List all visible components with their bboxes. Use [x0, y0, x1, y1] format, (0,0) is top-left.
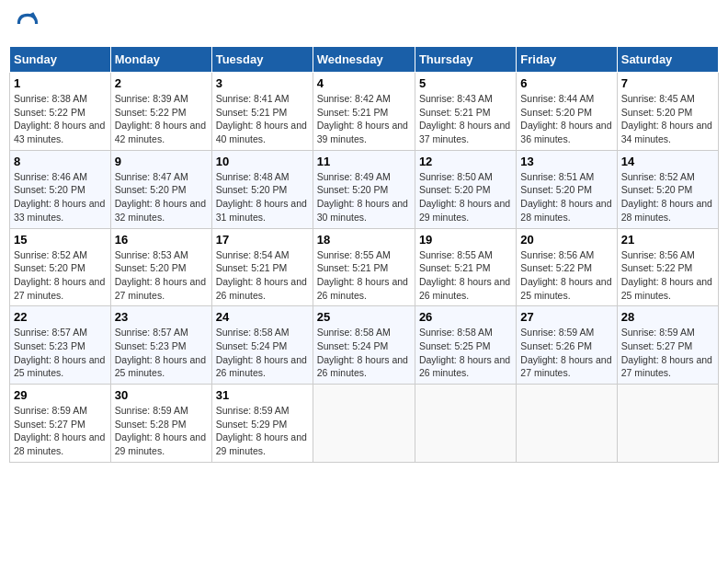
calendar-cell: 4Sunrise: 8:42 AMSunset: 5:21 PMDaylight…	[313, 73, 415, 151]
day-info: Sunrise: 8:49 AMSunset: 5:20 PMDaylight:…	[317, 170, 411, 224]
day-number: 27	[520, 310, 612, 324]
calendar-cell: 20Sunrise: 8:56 AMSunset: 5:22 PMDayligh…	[517, 228, 617, 306]
calendar-cell: 8Sunrise: 8:46 AMSunset: 5:20 PMDaylight…	[10, 150, 111, 228]
day-number: 28	[621, 310, 714, 324]
day-info: Sunrise: 8:58 AMSunset: 5:25 PMDaylight:…	[419, 326, 512, 380]
calendar-week-5: 29Sunrise: 8:59 AMSunset: 5:27 PMDayligh…	[10, 385, 719, 463]
day-info: Sunrise: 8:54 AMSunset: 5:21 PMDaylight:…	[216, 248, 309, 303]
weekday-header-sunday: Sunday	[10, 47, 111, 73]
day-info: Sunrise: 8:56 AMSunset: 5:22 PMDaylight:…	[621, 248, 714, 303]
day-number: 8	[14, 155, 107, 168]
day-info: Sunrise: 8:55 AMSunset: 5:21 PMDaylight:…	[317, 248, 411, 303]
weekday-header-wednesday: Wednesday	[313, 47, 415, 73]
day-info: Sunrise: 8:42 AMSunset: 5:21 PMDaylight:…	[317, 92, 411, 146]
calendar-cell: 10Sunrise: 8:48 AMSunset: 5:20 PMDayligh…	[211, 150, 313, 228]
calendar-week-4: 22Sunrise: 8:57 AMSunset: 5:23 PMDayligh…	[10, 306, 719, 385]
day-info: Sunrise: 8:58 AMSunset: 5:24 PMDaylight:…	[317, 326, 411, 380]
calendar-cell: 2Sunrise: 8:39 AMSunset: 5:22 PMDaylight…	[110, 73, 211, 151]
day-info: Sunrise: 8:48 AMSunset: 5:20 PMDaylight:…	[216, 170, 309, 224]
day-number: 16	[115, 233, 208, 247]
day-number: 9	[115, 155, 208, 168]
day-number: 4	[317, 76, 411, 90]
calendar-cell	[313, 385, 415, 463]
calendar-cell: 11Sunrise: 8:49 AMSunset: 5:20 PMDayligh…	[313, 150, 415, 228]
weekday-header-tuesday: Tuesday	[211, 47, 313, 73]
day-info: Sunrise: 8:58 AMSunset: 5:24 PMDaylight:…	[216, 326, 309, 380]
calendar-cell: 27Sunrise: 8:59 AMSunset: 5:26 PMDayligh…	[517, 306, 617, 385]
day-info: Sunrise: 8:59 AMSunset: 5:26 PMDaylight:…	[520, 326, 612, 380]
logo-icon	[13, 9, 42, 39]
day-number: 30	[115, 388, 208, 402]
day-number: 6	[520, 76, 612, 90]
calendar-cell: 21Sunrise: 8:56 AMSunset: 5:22 PMDayligh…	[617, 228, 718, 306]
day-number: 11	[317, 155, 411, 168]
calendar-cell	[517, 385, 617, 463]
day-number: 23	[115, 310, 208, 324]
page-header	[9, 9, 719, 39]
day-info: Sunrise: 8:39 AMSunset: 5:22 PMDaylight:…	[115, 92, 208, 146]
calendar-week-3: 15Sunrise: 8:52 AMSunset: 5:20 PMDayligh…	[10, 228, 719, 306]
calendar-cell: 24Sunrise: 8:58 AMSunset: 5:24 PMDayligh…	[211, 306, 313, 385]
calendar: SundayMondayTuesdayWednesdayThursdayFrid…	[9, 46, 719, 463]
day-info: Sunrise: 8:38 AMSunset: 5:22 PMDaylight:…	[14, 92, 107, 146]
day-info: Sunrise: 8:46 AMSunset: 5:20 PMDaylight:…	[14, 170, 107, 224]
day-info: Sunrise: 8:51 AMSunset: 5:20 PMDaylight:…	[520, 170, 612, 224]
day-number: 19	[419, 233, 512, 247]
calendar-cell	[617, 385, 718, 463]
weekday-header-saturday: Saturday	[617, 47, 718, 73]
calendar-cell: 19Sunrise: 8:55 AMSunset: 5:21 PMDayligh…	[415, 228, 516, 306]
day-number: 1	[14, 76, 107, 90]
day-number: 26	[419, 310, 512, 324]
day-info: Sunrise: 8:56 AMSunset: 5:22 PMDaylight:…	[520, 248, 612, 303]
calendar-cell: 26Sunrise: 8:58 AMSunset: 5:25 PMDayligh…	[415, 306, 516, 385]
weekday-header-friday: Friday	[517, 47, 617, 73]
calendar-week-2: 8Sunrise: 8:46 AMSunset: 5:20 PMDaylight…	[10, 150, 719, 228]
day-info: Sunrise: 8:55 AMSunset: 5:21 PMDaylight:…	[419, 248, 512, 303]
day-info: Sunrise: 8:50 AMSunset: 5:20 PMDaylight:…	[419, 170, 512, 224]
day-info: Sunrise: 8:57 AMSunset: 5:23 PMDaylight:…	[115, 326, 208, 380]
day-number: 14	[621, 155, 714, 168]
calendar-cell: 16Sunrise: 8:53 AMSunset: 5:20 PMDayligh…	[110, 228, 211, 306]
day-number: 24	[216, 310, 309, 324]
day-number: 31	[216, 388, 309, 402]
day-info: Sunrise: 8:52 AMSunset: 5:20 PMDaylight:…	[621, 170, 714, 224]
day-info: Sunrise: 8:43 AMSunset: 5:21 PMDaylight:…	[419, 92, 512, 146]
day-info: Sunrise: 8:45 AMSunset: 5:20 PMDaylight:…	[621, 92, 714, 146]
calendar-cell: 18Sunrise: 8:55 AMSunset: 5:21 PMDayligh…	[313, 228, 415, 306]
day-info: Sunrise: 8:57 AMSunset: 5:23 PMDaylight:…	[14, 326, 107, 380]
day-number: 20	[520, 233, 612, 247]
calendar-cell: 17Sunrise: 8:54 AMSunset: 5:21 PMDayligh…	[211, 228, 313, 306]
day-info: Sunrise: 8:41 AMSunset: 5:21 PMDaylight:…	[216, 92, 309, 146]
calendar-cell: 22Sunrise: 8:57 AMSunset: 5:23 PMDayligh…	[10, 306, 111, 385]
day-number: 10	[216, 155, 309, 168]
calendar-cell: 6Sunrise: 8:44 AMSunset: 5:20 PMDaylight…	[517, 73, 617, 151]
logo	[13, 9, 46, 39]
day-number: 18	[317, 233, 411, 247]
calendar-cell: 9Sunrise: 8:47 AMSunset: 5:20 PMDaylight…	[110, 150, 211, 228]
weekday-header-row: SundayMondayTuesdayWednesdayThursdayFrid…	[10, 47, 719, 73]
calendar-cell: 15Sunrise: 8:52 AMSunset: 5:20 PMDayligh…	[10, 228, 111, 306]
calendar-cell: 23Sunrise: 8:57 AMSunset: 5:23 PMDayligh…	[110, 306, 211, 385]
calendar-cell: 13Sunrise: 8:51 AMSunset: 5:20 PMDayligh…	[517, 150, 617, 228]
calendar-cell: 7Sunrise: 8:45 AMSunset: 5:20 PMDaylight…	[617, 73, 718, 151]
day-number: 3	[216, 76, 309, 90]
calendar-cell: 25Sunrise: 8:58 AMSunset: 5:24 PMDayligh…	[313, 306, 415, 385]
calendar-cell	[415, 385, 516, 463]
calendar-cell: 14Sunrise: 8:52 AMSunset: 5:20 PMDayligh…	[617, 150, 718, 228]
day-number: 12	[419, 155, 512, 168]
day-number: 25	[317, 310, 411, 324]
calendar-week-1: 1Sunrise: 8:38 AMSunset: 5:22 PMDaylight…	[10, 73, 719, 151]
day-number: 22	[14, 310, 107, 324]
day-number: 17	[216, 233, 309, 247]
day-info: Sunrise: 8:47 AMSunset: 5:20 PMDaylight:…	[115, 170, 208, 224]
day-number: 5	[419, 76, 512, 90]
day-info: Sunrise: 8:59 AMSunset: 5:28 PMDaylight:…	[115, 404, 208, 458]
day-info: Sunrise: 8:53 AMSunset: 5:20 PMDaylight:…	[115, 248, 208, 303]
calendar-cell: 29Sunrise: 8:59 AMSunset: 5:27 PMDayligh…	[10, 385, 111, 463]
day-number: 7	[621, 76, 714, 90]
day-info: Sunrise: 8:59 AMSunset: 5:29 PMDaylight:…	[216, 404, 309, 458]
weekday-header-thursday: Thursday	[415, 47, 516, 73]
weekday-header-monday: Monday	[110, 47, 211, 73]
day-info: Sunrise: 8:44 AMSunset: 5:20 PMDaylight:…	[520, 92, 612, 146]
day-number: 2	[115, 76, 208, 90]
